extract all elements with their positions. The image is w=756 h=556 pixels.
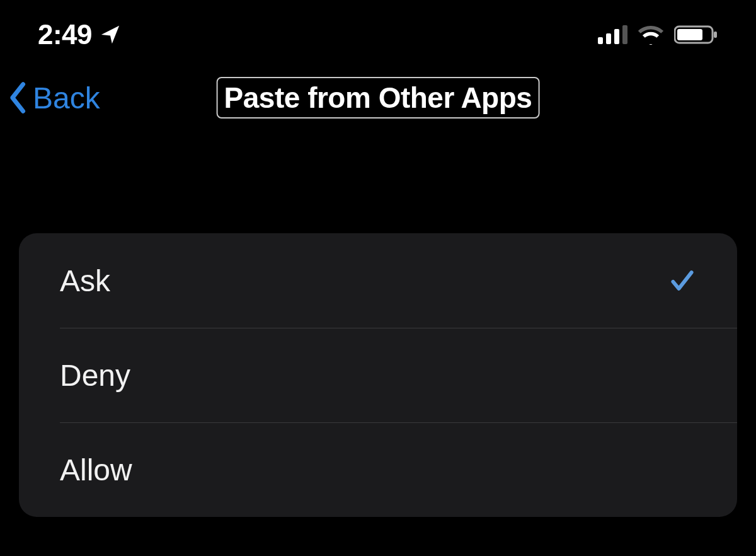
cellular-signal-icon: [598, 25, 627, 44]
svg-rect-1: [677, 29, 702, 40]
option-label: Deny: [60, 358, 130, 393]
svg-rect-2: [714, 32, 717, 38]
status-bar-left: 2:49: [38, 19, 121, 50]
status-time: 2:49: [38, 19, 92, 50]
navigation-bar: Back Paste from Other Apps: [0, 63, 756, 132]
status-bar-right: [598, 25, 718, 45]
wifi-icon: [638, 25, 664, 45]
chevron-left-icon: [8, 81, 29, 114]
status-bar: 2:49: [0, 0, 756, 63]
page-title: Paste from Other Apps: [217, 77, 540, 119]
battery-icon: [674, 25, 718, 45]
checkmark-icon: [668, 267, 696, 294]
option-deny[interactable]: Deny: [19, 328, 737, 422]
option-allow[interactable]: Allow: [19, 422, 737, 517]
option-ask[interactable]: Ask: [19, 233, 737, 328]
option-label: Ask: [60, 264, 110, 298]
back-label: Back: [33, 81, 100, 115]
back-button[interactable]: Back: [8, 81, 100, 115]
location-arrow-icon: [100, 24, 121, 45]
option-label: Allow: [60, 453, 132, 487]
page-title-wrap: Paste from Other Apps: [217, 77, 540, 119]
options-group: Ask Deny Allow: [19, 233, 737, 517]
